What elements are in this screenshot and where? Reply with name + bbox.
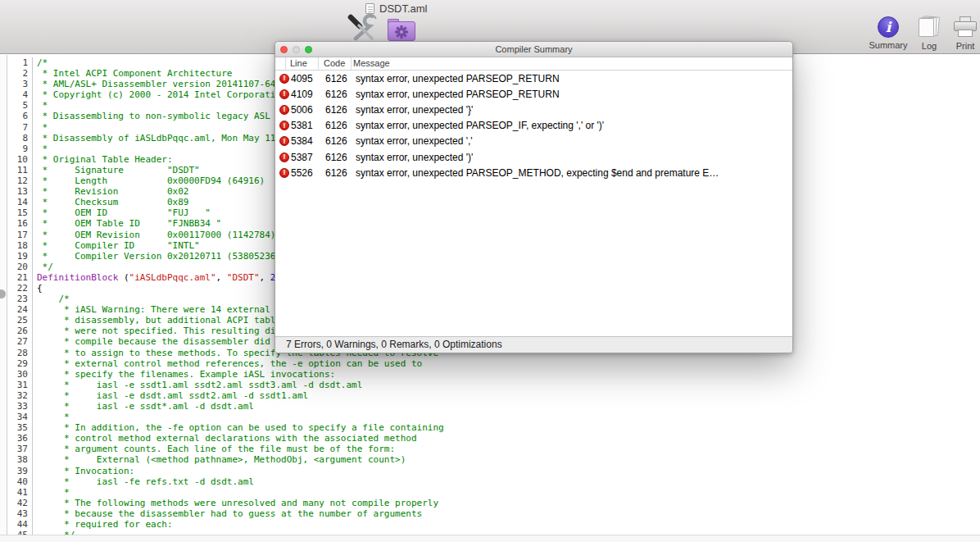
line-number: 30: [7, 369, 33, 380]
code-line: 31 * iasl -e ssdt1.aml ssdt2.aml ssdt3.a…: [0, 380, 980, 390]
line-number: 1: [7, 57, 33, 68]
code-line: 39 * Invocation:: [0, 466, 980, 476]
code-text: * iasl -e ssdt1.aml ssdt2.aml ssdt3.aml …: [33, 380, 362, 390]
code-line: 32 * iasl -e dsdt.aml ssdt2.aml -d ssdt1…: [0, 390, 980, 401]
zoom-button[interactable]: [305, 46, 312, 53]
code-text: * specify the filenames. Example iASL in…: [33, 369, 335, 380]
line-number: 33: [7, 401, 33, 412]
line-number: 40: [7, 476, 33, 487]
line-number: 13: [7, 186, 33, 197]
error-line: 4095: [291, 73, 321, 84]
line-number: 2: [7, 68, 33, 79]
code-line: 40 * iasl -fe refs.txt -d dsdt.aml: [0, 476, 980, 487]
code-text: *: [33, 412, 70, 422]
line-number: 24: [7, 304, 33, 315]
error-icon: !: [279, 74, 289, 84]
error-icon-cell: !: [275, 89, 291, 99]
patch-button[interactable]: [387, 18, 416, 42]
error-line: 5006: [291, 104, 321, 116]
error-list[interactable]: !40956126syntax error, unexpected PARSEO…: [275, 71, 792, 336]
error-icon-cell: !: [275, 121, 291, 130]
log-button[interactable]: Log: [913, 16, 946, 51]
code-line: 34 *: [0, 412, 980, 422]
code-text: * control method external declarations w…: [33, 433, 417, 444]
line-number: 3: [7, 79, 33, 89]
code-text: *: [33, 143, 48, 154]
code-text: * because the disassembler had to guess …: [33, 508, 422, 519]
code-text: * iasl -fe refs.txt -d dsdt.aml: [33, 476, 254, 487]
code-text: * iASL Warning: There were 14 external c: [33, 304, 281, 315]
code-text: * Checksum 0x89: [33, 197, 188, 207]
line-number: 42: [7, 498, 33, 508]
horizontal-scrollbar[interactable]: [0, 535, 980, 542]
line-number: 38: [7, 454, 33, 465]
developer-tools-button[interactable]: [343, 14, 383, 42]
code-text: * Original Table Header:: [33, 154, 173, 165]
line-column-header[interactable]: Line: [286, 57, 319, 70]
title-proxy-group[interactable]: DSDT.aml: [365, 2, 428, 15]
error-row[interactable]: !40956126syntax error, unexpected PARSEO…: [275, 71, 792, 86]
error-message: syntax error, unexpected PARSEOP_RETURN: [354, 73, 792, 84]
error-table-header: Line Code Message: [275, 57, 792, 71]
error-code: 6126: [321, 104, 354, 116]
line-number: 27: [7, 336, 33, 347]
minimize-button[interactable]: [293, 46, 300, 53]
code-column-header[interactable]: Code: [319, 57, 352, 70]
compiler-summary-window: Compiler Summary Line Code Message !4095…: [274, 41, 793, 353]
code-text: * iasl -e ssdt*.aml -d dsdt.aml: [33, 401, 254, 412]
line-number: 20: [7, 262, 33, 272]
error-icon: !: [279, 136, 289, 146]
code-text: * external control method references, th…: [33, 358, 422, 369]
compiler-window-titlebar[interactable]: Compiler Summary: [275, 42, 792, 57]
code-text: * Length 0x0000FD94 (64916): [33, 175, 265, 186]
code-text: * Copyright (c) 2000 - 2014 Intel Corpor…: [33, 89, 281, 100]
error-message: syntax error, unexpected ')': [354, 152, 792, 163]
error-row[interactable]: !50066126syntax error, unexpected '}': [275, 102, 792, 117]
code-text: * Disassembly of iASLdbPqqc.aml, Mon May…: [33, 133, 281, 143]
error-row[interactable]: !41096126syntax error, unexpected PARSEO…: [275, 86, 792, 102]
message-column-header[interactable]: Message: [352, 57, 792, 70]
summary-button-label: Summary: [869, 40, 907, 50]
line-number: 14: [7, 197, 33, 207]
line-number: 16: [7, 218, 33, 229]
print-button-label: Print: [956, 41, 975, 51]
line-number: 31: [7, 380, 33, 390]
line-number: 18: [7, 240, 33, 251]
window-title: DSDT.aml: [379, 2, 428, 15]
icon-column-header[interactable]: [275, 57, 286, 70]
gear-icon: [394, 25, 409, 39]
line-number: 28: [7, 348, 33, 358]
error-icon-cell: !: [275, 136, 291, 146]
code-text: /*: [33, 294, 70, 304]
print-button[interactable]: Print: [949, 16, 980, 51]
code-text: * OEM Revision 0x00117000 (1142784): [33, 230, 275, 240]
compiler-window-title: Compiler Summary: [495, 44, 572, 54]
code-text: * compile because the disassembler did n: [33, 336, 281, 347]
line-number: 29: [7, 358, 33, 369]
compiler-status-bar: 7 Errors, 0 Warnings, 0 Remarks, 0 Optim…: [275, 336, 792, 353]
error-code: 6126: [321, 135, 354, 147]
document-proxy-icon[interactable]: [365, 3, 374, 14]
error-line: 5384: [291, 135, 321, 147]
line-number: 43: [7, 508, 33, 519]
error-message: syntax error, unexpected PARSEOP_METHOD,…: [354, 167, 792, 179]
error-row[interactable]: !53816126syntax error, unexpected PARSEO…: [275, 118, 792, 134]
code-text: /*: [33, 57, 48, 68]
close-button[interactable]: [280, 46, 288, 53]
code-text: * Signature "DSDT": [33, 165, 200, 175]
error-line: 4109: [291, 89, 321, 100]
line-number: 39: [7, 466, 33, 476]
code-text: * The following methods were unresolved …: [33, 498, 438, 508]
line-number: 17: [7, 230, 33, 240]
error-row[interactable]: !53846126syntax error, unexpected ',': [275, 134, 792, 149]
code-text: *: [33, 100, 48, 111]
error-icon-cell: !: [275, 168, 291, 178]
printer-icon: [953, 16, 978, 39]
error-code: 6126: [321, 73, 354, 84]
code-line: 38 * External (<method pathname>, Method…: [0, 454, 980, 465]
error-row[interactable]: !55266126syntax error, unexpected PARSEO…: [275, 165, 792, 180]
error-row[interactable]: !53876126syntax error, unexpected ')': [275, 149, 792, 165]
line-number: 34: [7, 412, 33, 422]
line-number: 41: [7, 487, 33, 498]
summary-button[interactable]: i Summary: [865, 16, 911, 50]
